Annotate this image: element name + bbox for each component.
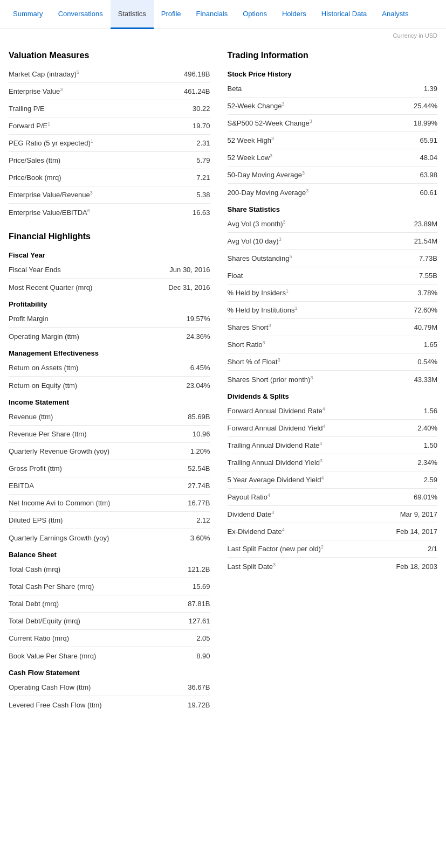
nav-item-summary[interactable]: Summary (5, 0, 51, 29)
nav-item-profile[interactable]: Profile (154, 0, 189, 29)
row-label: Beta (228, 85, 420, 93)
row-label: Revenue (ttm) (9, 413, 183, 421)
row-value: 40.79M (414, 323, 437, 331)
row-label: Enterprise Value3 (9, 87, 180, 95)
table-row: Price/Book (mrq)7.21 (9, 169, 210, 186)
row-value: 23.04% (186, 381, 210, 390)
share-stats-title: Share Statistics (228, 201, 438, 216)
row-value: 85.69B (188, 413, 210, 421)
profitability-title: Profitability (9, 296, 210, 310)
row-label: Forward Annual Dividend Rate4 (228, 406, 420, 415)
row-value: 19.70 (193, 122, 210, 130)
row-label: Market Cap (intraday)5 (9, 70, 180, 78)
row-value: 16.63 (193, 209, 210, 217)
row-label: Trailing Annual Dividend Rate3 (228, 441, 420, 449)
table-row: Price/Sales (ttm)5.79 (9, 152, 210, 169)
row-value: 27.74B (188, 482, 210, 490)
table-row: Return on Assets (ttm)6.45% (9, 359, 210, 377)
fiscal-year-section: Fiscal Year EndsJun 30, 2016Most Recent … (9, 261, 210, 296)
profitability-section: Profit Margin19.57%Operating Margin (ttm… (9, 310, 210, 345)
row-label: Revenue Per Share (ttm) (9, 430, 188, 438)
nav-item-analysts[interactable]: Analysts (374, 0, 416, 29)
nav-item-historical-data[interactable]: Historical Data (314, 0, 375, 29)
table-row: Net Income Avi to Common (ttm)16.77B (9, 495, 210, 512)
table-row: Diluted EPS (ttm)2.12 (9, 512, 210, 529)
currency-note: Currency in USD (0, 29, 446, 42)
fiscal-year-title: Fiscal Year (9, 247, 210, 261)
row-label: Enterprise Value/EBITDA6 (9, 208, 188, 217)
nav-bar: SummaryConversationsStatisticsProfileFin… (0, 0, 446, 29)
row-label: Return on Assets (ttm) (9, 364, 186, 372)
row-value: 127.61 (189, 617, 210, 625)
row-label: Shares Outstanding5 (228, 254, 415, 262)
share-stats-section: Avg Vol (3 month)323.89MAvg Vol (10 day)… (228, 216, 438, 388)
row-label: Price/Book (mrq) (9, 173, 192, 182)
stock-price-section: Beta1.3952-Week Change325.44%S&P500 52-W… (228, 80, 438, 201)
row-label: Total Cash (mrq) (9, 565, 183, 573)
table-row: Revenue Per Share (ttm)10.96 (9, 426, 210, 443)
row-label: Last Split Date3 (228, 562, 392, 571)
row-value: Mar 9, 2017 (400, 510, 437, 518)
row-label: Total Debt/Equity (mrq) (9, 617, 184, 625)
row-value: 1.65 (424, 341, 437, 349)
row-value: 23.89M (414, 220, 437, 228)
balance-section: Total Cash (mrq)121.2BTotal Cash Per Sha… (9, 561, 210, 664)
income-section: Revenue (ttm)85.69BRevenue Per Share (tt… (9, 408, 210, 546)
table-row: Avg Vol (10 day)321.54M (228, 233, 438, 250)
nav-item-financials[interactable]: Financials (189, 0, 236, 29)
table-row: Revenue (ttm)85.69B (9, 408, 210, 426)
row-value: 1.39 (424, 85, 437, 93)
table-row: Total Cash Per Share (mrq)15.69 (9, 578, 210, 595)
row-value: 43.33M (414, 376, 437, 384)
table-row: Forward Annual Dividend Rate41.56 (228, 402, 438, 420)
row-value: 30.22 (193, 105, 210, 113)
table-row: Trailing Annual Dividend Yield32.34% (228, 454, 438, 471)
row-value: 2.34% (417, 459, 437, 467)
row-label: % Held by Institutions1 (228, 305, 409, 314)
row-label: Most Recent Quarter (mrq) (9, 283, 164, 291)
table-row: 52 Week Low348.04 (228, 149, 438, 166)
row-value: 2.40% (417, 424, 437, 432)
row-value: 65.91 (420, 136, 437, 144)
row-label: Payout Ratio4 (228, 492, 409, 501)
main-content: Valuation Measures Market Cap (intraday)… (0, 42, 446, 713)
table-row: Current Ratio (mrq)2.05 (9, 630, 210, 647)
nav-item-options[interactable]: Options (235, 0, 275, 29)
row-value: 19.57% (186, 315, 210, 323)
table-row: Profit Margin19.57% (9, 310, 210, 328)
table-row: 52-Week Change325.44% (228, 98, 438, 115)
row-value: 3.60% (190, 534, 210, 542)
row-label: S&P500 52-Week Change3 (228, 119, 409, 127)
nav-item-conversations[interactable]: Conversations (51, 0, 111, 29)
row-value: 0.54% (417, 358, 437, 366)
table-row: Trailing P/E30.22 (9, 100, 210, 117)
income-title: Income Statement (9, 394, 210, 408)
table-row: Ex-Dividend Date4Feb 14, 2017 (228, 523, 438, 540)
row-value: 6.45% (190, 364, 210, 372)
table-row: % Held by Insiders13.78% (228, 284, 438, 302)
row-label: Trailing P/E (9, 105, 188, 113)
row-label: Gross Profit (ttm) (9, 464, 183, 473)
financial-title: Financial Highlights (9, 232, 210, 241)
row-value: 52.54B (188, 464, 210, 473)
cashflow-section: Operating Cash Flow (ttm)36.67BLevered F… (9, 679, 210, 713)
row-label: Short Ratio3 (228, 340, 420, 349)
row-value: 8.90 (196, 652, 210, 660)
table-row: Dividend Date3Mar 9, 2017 (228, 506, 438, 523)
row-value: 2/1 (428, 545, 437, 553)
row-value: 121.2B (188, 565, 210, 573)
nav-item-statistics[interactable]: Statistics (111, 0, 154, 29)
table-row: Shares Short (prior month)343.33M (228, 371, 438, 388)
row-label: Total Cash Per Share (mrq) (9, 582, 188, 591)
row-label: PEG Ratio (5 yr expected)1 (9, 138, 192, 147)
row-label: Return on Equity (ttm) (9, 381, 182, 390)
row-label: % Held by Insiders1 (228, 288, 414, 297)
row-label: Levered Free Cash Flow (ttm) (9, 701, 183, 709)
row-value: 5.79 (196, 156, 210, 164)
row-value: 36.67B (188, 683, 210, 691)
table-row: Quarterly Earnings Growth (yoy)3.60% (9, 529, 210, 546)
nav-item-holders[interactable]: Holders (275, 0, 314, 29)
row-label: Total Debt (mrq) (9, 600, 183, 608)
right-column: Trading Information Stock Price History … (223, 42, 438, 713)
row-label: Dividend Date3 (228, 510, 396, 518)
